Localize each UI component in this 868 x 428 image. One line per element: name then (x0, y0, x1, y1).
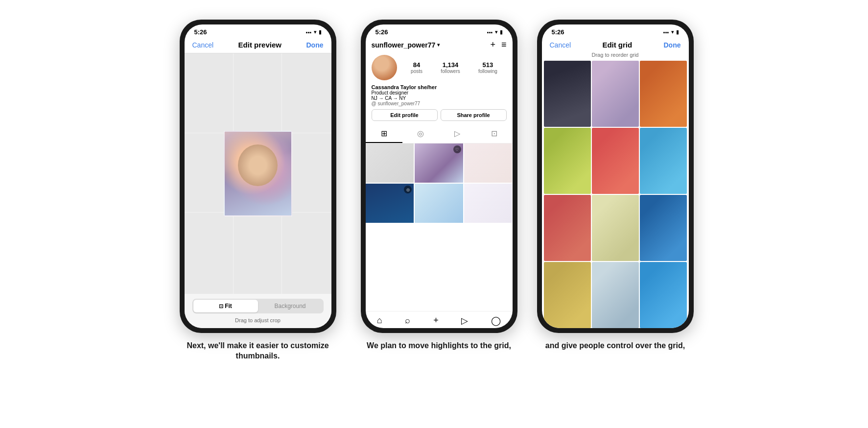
eg-cell-9[interactable] (640, 195, 687, 261)
ig-bio-line2: NJ → CA → NY (372, 95, 507, 101)
wifi-icon-2: ▾ (495, 29, 498, 35)
battery-icon: ▮ (319, 29, 322, 35)
home-icon[interactable]: ⌂ (377, 315, 382, 326)
caption-3: and give people control over the grid, (545, 341, 685, 351)
grid-cell-6 (464, 184, 513, 223)
status-bar-3: 5:26 ▪▪▪ ▾ ▮ (542, 24, 689, 38)
eg-cell-4[interactable] (544, 128, 591, 194)
caption-1: Next, we'll make it easier to customize … (175, 341, 341, 361)
reels-tab[interactable]: ▷ (439, 125, 476, 143)
page-container: 5:26 ▪▪▪ ▾ ▮ Cancel Edit preview Done (0, 10, 868, 371)
grid-badge: ♡ (453, 145, 461, 153)
done-button-1[interactable]: Done (306, 41, 323, 49)
phone-frame-2: 5:26 ▪▪▪ ▾ ▮ sunflower_power77 ▾ (361, 20, 517, 333)
phone-frame-1: 5:26 ▪▪▪ ▾ ▮ Cancel Edit preview Done (180, 20, 336, 333)
eg-grid[interactable] (542, 61, 689, 328)
background-button[interactable]: Background (258, 300, 323, 312)
phone-screen-3: 5:26 ▪▪▪ ▾ ▮ Cancel Edit grid Done Drag … (542, 24, 689, 328)
fit-icon: ⊡ (219, 303, 225, 309)
ig-stat-followers: 1,134 followers (441, 61, 460, 74)
signal-icon-2: ▪▪▪ (487, 29, 493, 35)
eg-cell-2[interactable] (592, 61, 639, 127)
grid-cell-1 (366, 143, 414, 183)
highlights-tab[interactable]: ◎ (402, 125, 439, 143)
caption-2: We plan to move highlights to the grid, (367, 341, 511, 351)
eg-cell-5[interactable] (592, 128, 639, 194)
ig-tabs: ⊞ ◎ ▷ ⊡ (366, 125, 513, 143)
eg-cell-8[interactable] (592, 195, 639, 261)
ig-buttons: Edit profile Share profile (366, 109, 513, 125)
phone-section-edit-preview: 5:26 ▪▪▪ ▾ ▮ Cancel Edit preview Done (175, 20, 341, 361)
battery-icon-3: ▮ (676, 29, 679, 35)
eg-cell-12[interactable] (640, 262, 687, 328)
ig-stat-posts: 84 posts (411, 61, 422, 74)
nav-title-1: Edit preview (238, 41, 282, 49)
wifi-icon: ▾ (314, 29, 317, 35)
crop-photo-image (225, 132, 291, 215)
wifi-icon-3: ▾ (671, 29, 674, 35)
phone-frame-3: 5:26 ▪▪▪ ▾ ▮ Cancel Edit grid Done Drag … (537, 20, 694, 333)
signal-icon: ▪▪▪ (306, 29, 312, 35)
edit-profile-button[interactable]: Edit profile (372, 109, 438, 121)
ig-username: sunflower_power77 ▾ (372, 41, 440, 49)
nav-bar-1: Cancel Edit preview Done (185, 38, 331, 53)
status-bar-2: 5:26 ▪▪▪ ▾ ▮ (366, 24, 513, 38)
eg-cell-6[interactable] (640, 128, 687, 194)
ig-header-icons[interactable]: + ≡ (490, 40, 506, 50)
eg-cell-11[interactable] (592, 262, 639, 328)
eg-hint: Drag to reorder grid (542, 51, 689, 61)
phone-section-edit-grid: 5:26 ▪▪▪ ▾ ▮ Cancel Edit grid Done Drag … (537, 20, 694, 351)
crop-area[interactable] (185, 53, 331, 294)
add-icon[interactable]: + (490, 40, 495, 50)
profile-icon[interactable]: ◯ (491, 315, 501, 326)
ig-avatar-image (372, 55, 397, 80)
status-time-3: 5:26 (552, 28, 564, 36)
ig-stat-following: 513 following (478, 61, 497, 74)
menu-icon[interactable]: ≡ (501, 40, 507, 50)
grid-tab[interactable]: ⊞ (366, 125, 402, 143)
nav-title-3: Edit grid (602, 41, 632, 49)
ig-grid: ♡ ◎ (366, 143, 513, 311)
phone-section-ig-profile: 5:26 ▪▪▪ ▾ ▮ sunflower_power77 ▾ (361, 20, 517, 351)
tagged-tab[interactable]: ⊡ (476, 125, 513, 143)
ig-profile-info: 84 posts 1,134 followers 513 following (366, 53, 513, 84)
search-icon[interactable]: ⌕ (405, 315, 410, 326)
create-icon[interactable]: + (433, 315, 439, 326)
ig-avatar (372, 55, 397, 80)
crop-hint: Drag to adjust crop (192, 317, 324, 323)
share-profile-button[interactable]: Share profile (441, 109, 507, 121)
eg-cell-10[interactable] (544, 262, 591, 328)
grid-badge-4: ◎ (404, 186, 412, 193)
signal-icon-3: ▪▪▪ (663, 29, 669, 35)
eg-cell-7[interactable] (544, 195, 591, 261)
eg-cell-1[interactable] (544, 61, 591, 127)
cancel-button-3[interactable]: Cancel (550, 41, 571, 49)
status-bar-1: 5:26 ▪▪▪ ▾ ▮ (185, 24, 331, 38)
chevron-down-icon: ▾ (437, 42, 440, 48)
crop-toggle[interactable]: ⊡ Fit Background (192, 299, 324, 313)
phone-screen-1: 5:26 ▪▪▪ ▾ ▮ Cancel Edit preview Done (185, 24, 331, 328)
ig-bio: Cassandra Taylor she/her Product designe… (366, 84, 513, 109)
status-icons-1: ▪▪▪ ▾ ▮ (306, 29, 322, 35)
grid-cell-2: ♡ (415, 143, 463, 183)
status-time-1: 5:26 (194, 28, 207, 36)
status-time-2: 5:26 (375, 28, 388, 36)
cancel-button-1[interactable]: Cancel (192, 41, 214, 49)
ig-bottom-nav: ⌂ ⌕ + ▷ ◯ (366, 311, 513, 328)
grid-cell-5 (415, 184, 463, 223)
grid-cell-4: ◎ (366, 184, 414, 223)
crop-photo[interactable] (224, 131, 292, 216)
battery-icon-2: ▮ (500, 29, 503, 35)
eg-cell-3[interactable] (640, 61, 687, 127)
ig-bio-line1: Product designer (372, 90, 507, 95)
phone-screen-2: 5:26 ▪▪▪ ▾ ▮ sunflower_power77 ▾ (366, 24, 513, 328)
done-button-3[interactable]: Done (663, 41, 680, 49)
crop-bottom-bar: ⊡ Fit Background Drag to adjust crop (185, 294, 331, 328)
grid-cell-3 (464, 143, 513, 183)
status-icons-2: ▪▪▪ ▾ ▮ (487, 29, 503, 35)
fit-button[interactable]: ⊡ Fit (193, 300, 258, 312)
eg-nav: Cancel Edit grid Done (542, 38, 689, 51)
reels-nav-icon[interactable]: ▷ (461, 315, 468, 326)
status-icons-3: ▪▪▪ ▾ ▮ (663, 29, 679, 35)
crop-photo-face (238, 144, 278, 187)
